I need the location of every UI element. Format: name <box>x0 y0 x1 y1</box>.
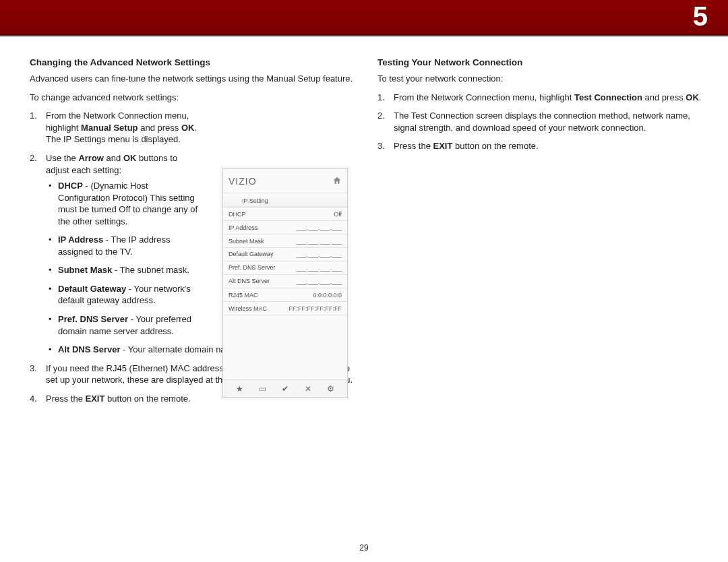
row-pdns: Pref. DNS Server___.___.___.___ <box>223 261 347 275</box>
t: ___.___.___.___ <box>296 224 342 231</box>
t: OK <box>123 153 137 163</box>
t: Press the <box>46 394 86 404</box>
ip-header: VIZIO <box>223 169 347 193</box>
t: ___.___.___.___ <box>296 278 342 285</box>
t: Off <box>334 211 342 218</box>
t: Pref. DNS Server <box>229 265 276 272</box>
t: EXIT <box>86 394 105 404</box>
t: button on the remote. <box>452 141 538 151</box>
star-icon: ★ <box>234 384 246 394</box>
t: OK <box>181 123 195 133</box>
t: EXIT <box>433 141 453 151</box>
box-icon: ▭ <box>256 384 268 394</box>
settings-bullets: DHCP - (Dynamic Host Configuration Proto… <box>46 180 201 356</box>
t: DHCP <box>229 211 246 218</box>
t: Default Gateway <box>58 284 126 294</box>
page-header: 5 <box>0 0 728 35</box>
t: Arrow <box>78 153 104 163</box>
t: RJ45 MAC <box>229 292 258 299</box>
row-dhcp: DHCPOff <box>223 208 347 221</box>
right-steps: 1. From the Network Connection menu, hig… <box>377 92 708 152</box>
ip-footer: ★ ▭ ✔ ✕ ⚙ <box>223 379 347 397</box>
t: ___.___.___.___ <box>296 265 342 272</box>
t: button on the remote. <box>104 394 190 404</box>
t: . <box>699 92 702 102</box>
row-adns: Alt DNS Server___.___.___.___ <box>223 275 347 288</box>
row-mask: Subnet Mask___.___.___.___ <box>223 235 347 248</box>
t: 0:0:0:0:0:0 <box>313 292 342 299</box>
t: Default Gateway <box>229 251 274 258</box>
home-icon <box>332 176 342 185</box>
t: DHCP <box>58 181 83 191</box>
row-rj45: RJ45 MAC0:0:0:0:0:0 <box>223 288 347 302</box>
t: and press <box>642 92 686 102</box>
right-column: Testing Your Network Connection To test … <box>377 57 708 159</box>
t: Wireless MAC <box>229 305 267 312</box>
t: FF:FF:FF:FF:FF:FF <box>289 305 342 312</box>
rstep-1: 1. From the Network Connection menu, hig… <box>377 92 708 104</box>
bullet-gateway: Default Gateway - Your network's default… <box>46 283 201 307</box>
step-2: 2. Use the Arrow and OK buttons to adjus… <box>30 152 201 356</box>
bullet-mask: Subnet Mask - The subnet mask. <box>46 264 201 276</box>
t: The Test Connection screen displays the … <box>394 111 690 133</box>
t: IP Address <box>58 235 103 245</box>
t: IP Address <box>229 224 257 231</box>
left-intro: Advanced users can fine-tune the network… <box>30 73 360 85</box>
t: - The subnet mask. <box>112 265 189 275</box>
ip-title: IP Setting <box>223 193 347 208</box>
t: From the Network Connection menu, highli… <box>394 92 574 102</box>
brand-logo: VIZIO <box>229 176 257 187</box>
t: Alt DNS Server <box>58 344 120 354</box>
right-lead: To test your network connection: <box>377 73 708 85</box>
t: ___.___.___.___ <box>296 251 342 258</box>
ip-settings-screenshot: VIZIO IP Setting DHCPOff IP Address___._… <box>222 168 348 398</box>
t: Test Connection <box>574 92 642 102</box>
gear-icon: ⚙ <box>324 384 336 394</box>
right-heading: Testing Your Network Connection <box>377 57 708 69</box>
t: ___.___.___.___ <box>296 238 342 245</box>
row-wmac: Wireless MACFF:FF:FF:FF:FF:FF <box>223 302 347 315</box>
t: Pref. DNS Server <box>58 314 128 324</box>
t: and <box>104 153 123 163</box>
bullet-dhcp: DHCP - (Dynamic Host Configuration Proto… <box>46 180 201 227</box>
t: and press <box>138 123 181 133</box>
left-lead: To change advanced network settings: <box>30 92 360 104</box>
rstep-3: 3. Press the EXIT button on the remote. <box>377 140 708 152</box>
t: OK <box>686 92 699 102</box>
check-icon: ✔ <box>279 384 291 394</box>
rstep-2: 2.The Test Connection screen displays th… <box>377 110 708 133</box>
bullet-pdns: Pref. DNS Server - Your preferred domain… <box>46 313 201 337</box>
row-gw: Default Gateway___.___.___.___ <box>223 248 347 261</box>
row-ip: IP Address___.___.___.___ <box>223 221 347 235</box>
t: Subnet Mask <box>58 265 112 275</box>
t: Manual Setup <box>81 123 138 133</box>
page-number: 29 <box>0 543 728 553</box>
chapter-number: 5 <box>693 1 708 32</box>
bullet-ip: IP Address - The IP address assigned to … <box>46 234 201 257</box>
left-heading: Changing the Advanced Network Settings <box>30 57 360 69</box>
t: Press the <box>394 141 433 151</box>
t: Use the <box>46 153 78 163</box>
t: Alt DNS Server <box>229 278 270 285</box>
t: Subnet Mask <box>229 238 264 245</box>
page-content: Changing the Advanced Network Settings A… <box>0 36 728 57</box>
close-icon: ✕ <box>302 384 314 394</box>
step-1: 1. From the Network Connection menu, hig… <box>30 110 201 146</box>
